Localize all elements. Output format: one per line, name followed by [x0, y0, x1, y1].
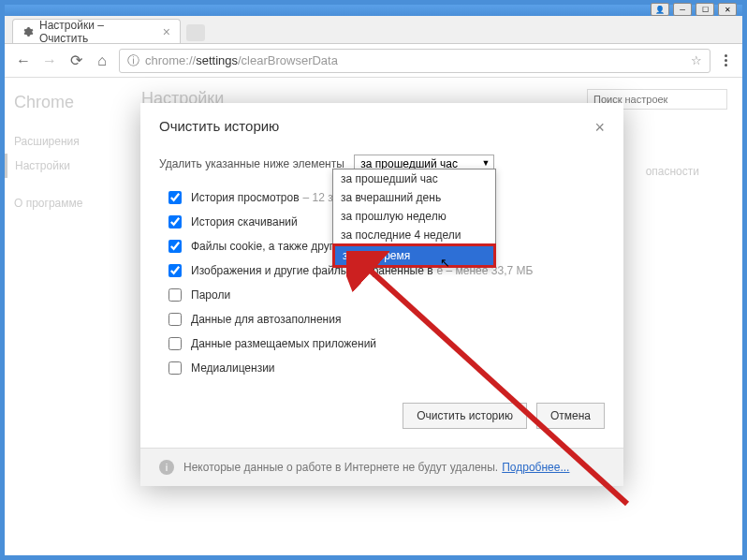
- option-all-time[interactable]: за все время: [335, 246, 493, 265]
- option-past-hour[interactable]: за прошедший час: [333, 169, 495, 188]
- check-passwords[interactable]: Пароли: [159, 283, 605, 307]
- settings-sidebar: Chrome Расширения Настройки О программе: [5, 78, 126, 555]
- tab-settings[interactable]: Настройки – Очистить ×: [12, 19, 181, 43]
- footer-text: Некоторые данные о работе в Интернете не…: [183, 461, 498, 474]
- sidebar-item-extensions[interactable]: Расширения: [14, 129, 117, 154]
- check-media-licenses[interactable]: Медиалицензии: [159, 356, 605, 380]
- browser-toolbar: ← → ⟳ ⌂ ⓘ chrome://settings/clearBrowser…: [5, 44, 742, 78]
- close-window-button[interactable]: ✕: [718, 3, 737, 16]
- cursor-icon: ↖: [440, 256, 450, 270]
- info-icon: i: [159, 460, 174, 475]
- clear-button[interactable]: Очистить историю: [403, 403, 527, 429]
- reload-button[interactable]: ⟳: [66, 52, 85, 70]
- dialog-title: Очистить историю: [159, 118, 279, 138]
- option-past-week[interactable]: за прошлую неделю: [333, 207, 495, 226]
- menu-button[interactable]: [718, 54, 733, 66]
- delete-label: Удалить указанные ниже элементы: [159, 157, 344, 170]
- option-past-4weeks[interactable]: за последние 4 недели: [333, 226, 495, 244]
- option-yesterday[interactable]: за вчерашний день: [333, 188, 495, 207]
- maximize-button[interactable]: ☐: [696, 3, 714, 16]
- learn-more-link[interactable]: Подробнее...: [502, 461, 569, 474]
- new-tab-button[interactable]: [186, 24, 205, 41]
- back-button[interactable]: ←: [14, 52, 33, 70]
- dialog-footer: i Некоторые данные о работе в Интернете …: [140, 448, 623, 486]
- gear-icon: [22, 26, 34, 37]
- check-autofill[interactable]: Данные для автозаполнения: [159, 307, 605, 332]
- brand-label: Chrome: [14, 93, 117, 112]
- minimize-button[interactable]: ─: [673, 3, 692, 16]
- tab-close-icon[interactable]: ×: [163, 24, 170, 39]
- tab-strip: Настройки – Очистить ×: [5, 16, 742, 44]
- url-path: /clearBrowserData: [238, 53, 338, 67]
- forward-button[interactable]: →: [40, 52, 59, 70]
- tab-title: Настройки – Очистить: [39, 19, 155, 45]
- info-icon: ⓘ: [127, 52, 139, 69]
- home-button[interactable]: ⌂: [93, 52, 111, 70]
- clear-history-dialog: Очистить историю × Удалить указанные ниж…: [140, 103, 623, 486]
- url-host: settings: [196, 53, 238, 67]
- time-range-dropdown: за прошедший час за вчерашний день за пр…: [332, 169, 496, 268]
- sidebar-item-about[interactable]: О программе: [14, 191, 117, 215]
- dialog-close-button[interactable]: ×: [594, 118, 605, 138]
- user-button[interactable]: 👤: [651, 3, 669, 16]
- check-hosted-apps[interactable]: Данные размещаемых приложений: [159, 332, 605, 356]
- address-bar[interactable]: ⓘ chrome://settings/clearBrowserData ☆: [119, 49, 710, 73]
- url-scheme: chrome://: [145, 53, 196, 67]
- bookmark-star-icon[interactable]: ☆: [691, 53, 702, 67]
- window-titlebar: 👤 ─ ☐ ✕: [5, 5, 742, 16]
- sidebar-item-settings[interactable]: Настройки: [5, 154, 117, 178]
- cancel-button[interactable]: Отмена: [536, 403, 605, 429]
